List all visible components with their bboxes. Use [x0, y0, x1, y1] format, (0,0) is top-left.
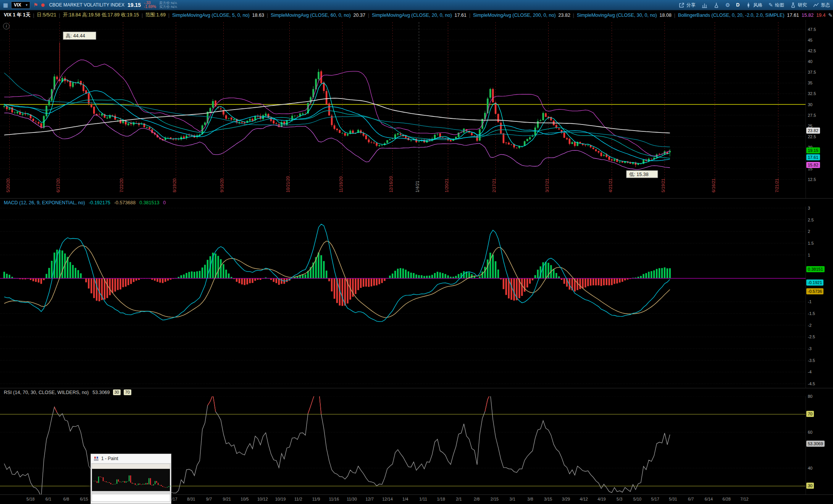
draw-label: 绘图: [775, 2, 784, 8]
axis-tick: 2.5: [808, 217, 814, 223]
axis-badge: 23.82: [806, 128, 820, 134]
instrument-title: CBOE MARKET VOLATILITY INDEX: [49, 2, 124, 8]
zigzag-icon: [813, 2, 819, 8]
rsi-axis[interactable]: 8060407053.306930: [806, 396, 833, 494]
axis-tick: 40: [808, 59, 812, 64]
separator: |: [142, 13, 143, 18]
study-label[interactable]: SimpleMovingAvg (CLOSE, 200, 0, no): [473, 13, 556, 18]
study-value: 18.08: [660, 13, 672, 18]
study-label[interactable]: SimpleMovingAvg (CLOSE, 20, 0, no): [372, 13, 452, 18]
chart-columns-icon[interactable]: [702, 2, 707, 8]
beaker-icon: [790, 2, 796, 8]
main-chart[interactable]: 5/20/206/17/207/22/208/19/209/16/2010/21…: [0, 20, 806, 198]
axis-tick: 22.5: [808, 134, 816, 139]
macd-panel[interactable]: [0, 207, 806, 388]
macd-header: MACD (12, 26, 9, EXPONENTIAL, no) -0.192…: [0, 198, 833, 207]
study-value: 17.61: [787, 13, 799, 18]
macd-header-value: 0.381513: [139, 200, 159, 205]
x-axis-label: 12/14: [382, 497, 393, 501]
macd-title[interactable]: MACD (12, 26, 9, EXPONENTIAL, no): [4, 200, 85, 205]
gear-icon[interactable]: ⚙: [725, 2, 730, 8]
expiry-date-label: 3/17/21: [545, 178, 549, 192]
x-axis-label: 4/19: [597, 497, 605, 501]
expiry-date-label: 5/19/21: [661, 178, 665, 192]
axis-badge: 53.3069: [806, 441, 825, 447]
bid-value: 买方价:N/A: [159, 5, 177, 9]
study-label[interactable]: SimpleMovingAvg (CLOSE, 30, 0, no): [577, 13, 657, 18]
rsi-header-value: 53.3069: [92, 390, 110, 395]
paint-window[interactable]: 1 - Paint: [90, 454, 171, 504]
axis-tick: 2: [808, 229, 810, 234]
x-axis-label: 4/12: [580, 497, 588, 501]
edit-chart-icon[interactable]: ✎: [828, 13, 833, 18]
x-axis-label: 11/2: [294, 497, 302, 501]
expiry-date-label: 9/16/20: [220, 178, 224, 192]
flag-icon[interactable]: ⚑: [33, 2, 38, 8]
x-axis-label: 11/30: [347, 497, 357, 501]
price-change: -.33 -1.69%: [144, 1, 156, 9]
svg-text:低: 15.38: 低: 15.38: [629, 172, 649, 177]
rsi-title[interactable]: RSI (14, 70, 30, CLOSE, WILDERS, no): [4, 390, 89, 395]
study-label[interactable]: SimpleMovingAvg (CLOSE, 5, 0, no): [172, 13, 250, 18]
axis-tick: -4.5: [808, 381, 815, 386]
macd-axis[interactable]: 32.521.51-1-1.5-2-2.5-3-3.5-4-4.50.38151…: [806, 207, 833, 388]
axis-badge: 15.82: [806, 162, 820, 168]
info-icon[interactable]: i: [3, 23, 10, 29]
paint-titlebar[interactable]: 1 - Paint: [91, 454, 171, 464]
paint-mini-chart-svg: [92, 469, 171, 490]
chevron-down-icon: ▾: [26, 3, 28, 7]
main-chart-svg[interactable]: 5/20/206/17/207/22/208/19/209/16/2010/21…: [0, 20, 806, 198]
x-axis-label: 2/8: [474, 497, 479, 501]
x-axis-label: 6/8: [63, 497, 69, 501]
symbol-selector[interactable]: VIX ▾: [11, 2, 30, 9]
grid-icon[interactable]: ▦: [3, 2, 8, 8]
separator: |: [573, 13, 574, 18]
draw-button[interactable]: ✎ 绘图: [768, 2, 784, 8]
paint-title: 1 - Paint: [101, 456, 118, 461]
axis-tick: -2: [808, 323, 812, 328]
style-button[interactable]: 风格: [746, 2, 762, 8]
x-axis-label: 6/1: [45, 497, 51, 501]
share-button[interactable]: 分享: [679, 2, 696, 8]
expiry-date-label: 1/20/21: [444, 178, 449, 192]
macd-header-value: -0.192175: [89, 200, 110, 205]
paint-status-strip: [92, 491, 170, 494]
separator: |: [33, 13, 34, 18]
expiry-date-label: 12/16/20: [389, 176, 393, 192]
timeframe-button[interactable]: D: [736, 2, 739, 8]
share-label: 分享: [686, 2, 696, 8]
study-value: 20.37: [354, 13, 365, 18]
axis-tick: -4: [808, 369, 812, 375]
change-percent: -1.69%: [144, 5, 156, 9]
share-icon: [679, 2, 684, 8]
axis-tick: 35: [808, 80, 812, 86]
study-label[interactable]: SimpleMovingAvg (CLOSE, 60, 0, no): [271, 13, 351, 18]
study-label[interactable]: BollingerBands (CLOSE, 0, 20, -2.0, 2.0,…: [678, 13, 785, 18]
pencil-icon: ✎: [768, 2, 773, 8]
alert-dot-icon[interactable]: [41, 3, 45, 7]
paint-thumbnail[interactable]: [92, 464, 170, 502]
x-axis-label: 11/16: [329, 497, 339, 501]
axis-badge: 19.15: [806, 147, 820, 153]
x-axis-label: 2/1: [456, 497, 462, 501]
rsi-header-value: 30: [113, 389, 121, 395]
rsi-header: RSI (14, 70, 30, CLOSE, WILDERS, no) 53.…: [0, 388, 833, 396]
macd-header-value: 0: [163, 200, 166, 205]
x-axis-label: 3/15: [544, 497, 552, 501]
price-axis[interactable]: 47.54542.54037.53532.53027.52522.52017.5…: [806, 20, 833, 198]
separator: |: [267, 13, 268, 18]
study-value: 19.4: [816, 13, 825, 18]
symbol-period[interactable]: VIX 1 年 1天: [4, 12, 30, 18]
x-axis-label: 11/9: [312, 497, 320, 501]
flask-icon[interactable]: [714, 2, 719, 8]
expiry-date-label: 6/17/20: [56, 178, 60, 192]
macd-svg[interactable]: [0, 207, 806, 388]
x-axis-label: 5/3: [617, 497, 622, 501]
bid-ask: 卖方价:N/A 买方价:N/A: [159, 1, 177, 9]
axis-tick: 27.5: [808, 113, 816, 118]
patterns-button[interactable]: 形态: [813, 2, 830, 8]
research-button[interactable]: 研究: [790, 2, 807, 8]
x-axis-label: 1/11: [419, 497, 427, 501]
last-price: 19.15: [128, 2, 141, 8]
expiry-date-label: 4/21/21: [608, 178, 613, 192]
